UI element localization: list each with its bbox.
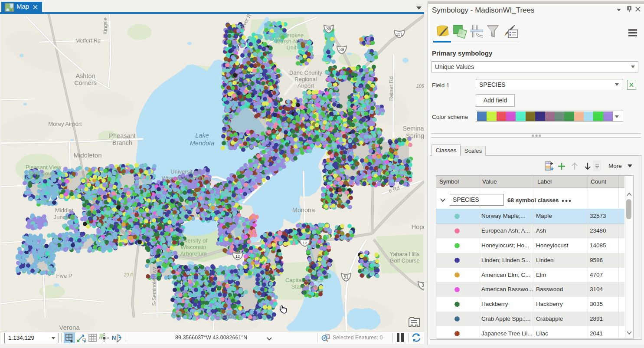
svg-text:Regional: Regional [294, 76, 317, 82]
svg-text:Reiner Rd: Reiner Rd [388, 76, 394, 101]
svg-text:Wisconsin: Wisconsin [180, 244, 206, 250]
svg-text:Verona: Verona [59, 324, 80, 331]
svg-text:Golf Cours: Golf Cours [29, 170, 56, 177]
svg-text:Golf Course: Golf Course [389, 257, 419, 264]
svg-text:51: 51 [343, 275, 349, 279]
svg-text:Yahara Hills: Yahara Hills [389, 251, 420, 257]
svg-text:Corners: Corners [74, 79, 97, 86]
svg-text:State Park: State Park [291, 283, 318, 290]
svg-text:39: 39 [339, 47, 344, 52]
svg-text:niversity of: niversity of [180, 237, 208, 244]
svg-text:Dane County: Dane County [289, 69, 322, 76]
svg-text:Middlet: Middlet [55, 207, 73, 213]
svg-text:Monona: Monona [292, 207, 315, 213]
svg-text:University of: University of [170, 168, 202, 175]
svg-text:Semina: Semina [402, 125, 424, 132]
svg-text:Branch: Branch [112, 139, 132, 146]
svg-text:N: N [112, 335, 116, 341]
svg-text:Hope: Hope [412, 223, 424, 230]
svg-text:Pheasant: Pheasant [109, 132, 135, 139]
svg-text:Airport: Airport [297, 82, 314, 89]
svg-text:12: 12 [303, 240, 307, 245]
svg-text:Lacy Rd: Lacy Rd [172, 311, 192, 317]
svg-text:151: 151 [396, 32, 403, 36]
svg-text:Ashton: Ashton [75, 72, 95, 79]
svg-text:Capital Springs: Capital Springs [285, 277, 324, 283]
svg-text:106: 106 [416, 83, 424, 89]
svg-text:Meffert Rd: Meffert Rd [75, 38, 101, 44]
svg-text:Marsh-North: Marsh-North [276, 38, 307, 45]
svg-text:Spring: Spring [406, 132, 424, 139]
svg-text:Morey Airport: Morey Airport [48, 121, 82, 127]
svg-text:Kingsle: Kingsle [102, 17, 108, 35]
svg-text:39: 39 [326, 26, 331, 31]
svg-text:Arboretum: Arboretum [180, 250, 207, 257]
svg-text:3: 3 [422, 283, 424, 288]
svg-text:Lake: Lake [195, 132, 209, 139]
svg-text:Pleasant View: Pleasant View [26, 164, 62, 171]
svg-text:Mendota: Mendota [190, 140, 214, 147]
svg-text:Fitchburg: Fitchburg [216, 312, 242, 319]
svg-text:Unit: Unit [286, 44, 297, 51]
svg-text:Junction: Junction [54, 214, 75, 220]
svg-text:20 ft: 20 ft [124, 272, 134, 277]
svg-text:Middleton: Middleton [73, 151, 101, 159]
svg-text:Wisconsin-Madison: Wisconsin-Madison [162, 175, 211, 181]
svg-text:S-Seminole-Hwy: S-Seminole-Hwy [151, 267, 157, 305]
svg-text:12: 12 [235, 254, 240, 259]
svg-text:Five P: Five P [56, 272, 72, 279]
svg-text:Cherokee: Cherokee [279, 32, 304, 39]
